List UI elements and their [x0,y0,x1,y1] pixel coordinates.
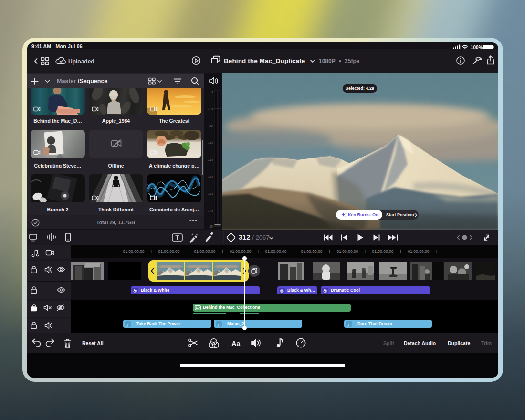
svg-text:-10: -10 [208,107,213,111]
svg-text:-50: -50 [208,175,213,178]
svg-text:01:00:00:00: 01:00:00:00 [301,249,323,254]
svg-text:01:00:00:00: 01:00:00:00 [372,249,394,254]
svg-text:-40: -40 [208,158,213,162]
svg-text:-30: -30 [208,141,213,145]
svg-text:01:00:00:00: 01:00:00:00 [408,249,430,254]
svg-text:-80: -80 [208,225,213,228]
svg-text:-60: -60 [208,192,213,196]
svg-text:0: 0 [211,90,213,94]
svg-text:01:00:00:00: 01:00:00:00 [337,249,358,254]
svg-text:01:00:00:00: 01:00:00:00 [158,249,180,254]
svg-text:01:00:00:00: 01:00:00:00 [194,249,216,254]
svg-text:-70: -70 [208,210,213,213]
svg-text:01:00:00:00: 01:00:00:00 [230,249,252,254]
svg-text:01:00:00:00: 01:00:00:00 [123,249,145,254]
svg-text:01:00:00:00: 01:00:00:00 [265,249,287,254]
svg-text:-20: -20 [208,124,213,127]
svg-text:Aa: Aa [231,340,241,347]
